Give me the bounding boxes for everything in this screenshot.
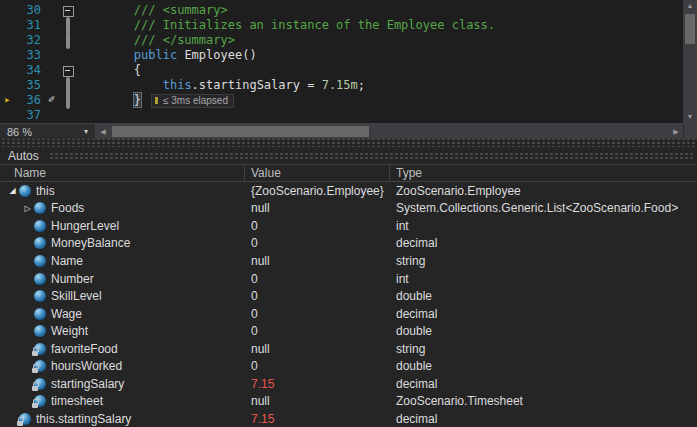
variable-value-cell[interactable]: null xyxy=(245,201,390,215)
zoom-level-select[interactable]: 86 % ▾ xyxy=(0,124,96,139)
variable-value-cell[interactable]: null xyxy=(245,394,390,408)
variable-value-cell[interactable]: 0 xyxy=(245,236,390,250)
variable-type-cell: double xyxy=(390,289,697,303)
autos-table-row[interactable]: ▷ Foods null System.Collections.Generic.… xyxy=(0,200,697,218)
glyph-margin: ✐ xyxy=(46,93,62,108)
outline-margin[interactable] xyxy=(62,33,76,48)
autos-table-row[interactable]: timesheet null ZooScenario.Timesheet xyxy=(0,393,697,411)
line-number: 34 xyxy=(14,63,46,78)
variable-name: HungerLevel xyxy=(51,219,119,233)
code-text[interactable]: /// Initializes an instance of the Emplo… xyxy=(76,18,697,33)
scroll-right-arrow-icon[interactable]: ▶ xyxy=(669,124,683,139)
code-line: ➤ 30 ✐ /// <summary> xyxy=(0,3,697,18)
variable-name-cell: HungerLevel xyxy=(0,219,245,233)
autos-table-row[interactable]: ◢ this {ZooScenario.Employee} ZooScenari… xyxy=(0,182,697,200)
column-header-name[interactable]: Name xyxy=(0,165,245,181)
glyph-margin: ✐ xyxy=(46,63,62,78)
breakpoint-margin[interactable]: ➤ xyxy=(0,33,14,48)
variable-value-cell[interactable]: null xyxy=(245,342,390,356)
scroll-left-arrow-icon[interactable]: ◀ xyxy=(96,124,110,139)
variable-name-cell: ▷ Foods xyxy=(0,201,245,215)
current-statement-arrow-icon: ➤ xyxy=(0,93,14,108)
breakpoint-margin[interactable]: ➤ xyxy=(0,3,14,18)
outline-margin[interactable] xyxy=(62,78,76,93)
variable-name-cell: MoneyBalance xyxy=(0,236,245,250)
variable-name-cell: Wage xyxy=(0,307,245,321)
variable-name-cell: Weight xyxy=(0,324,245,338)
column-header-value[interactable]: Value xyxy=(245,165,390,181)
glyph-margin: ✐ xyxy=(46,78,62,93)
editor-vertical-scrollbar[interactable]: ▲ ▼ xyxy=(683,0,697,123)
variable-name: Name xyxy=(51,254,83,268)
breakpoint-margin[interactable]: ➤ xyxy=(0,48,14,63)
chevron-down-icon: ▾ xyxy=(84,127,88,136)
variable-value-cell[interactable]: 0 xyxy=(245,307,390,321)
variable-value-cell[interactable]: 0 xyxy=(245,359,390,373)
autos-table-row[interactable]: HungerLevel 0 int xyxy=(0,217,697,235)
variable-name: this.startingSalary xyxy=(36,412,131,426)
collapse-icon[interactable]: ◢ xyxy=(6,186,19,195)
code-text[interactable]: { xyxy=(76,63,697,78)
variable-type-cell: decimal xyxy=(390,307,697,321)
expand-icon[interactable]: ▷ xyxy=(21,204,34,213)
breakpoint-margin[interactable]: ➤ xyxy=(0,108,14,123)
variable-name: MoneyBalance xyxy=(51,236,130,250)
autos-table-row[interactable]: Number 0 int xyxy=(0,270,697,288)
autos-table-row[interactable]: hoursWorked 0 double xyxy=(0,357,697,375)
variable-value-cell[interactable]: 0 xyxy=(245,219,390,233)
variable-value-cell[interactable]: 0 xyxy=(245,289,390,303)
autos-table-row[interactable]: SkillLevel 0 double xyxy=(0,287,697,305)
autos-table-row[interactable]: Wage 0 decimal xyxy=(0,305,697,323)
autos-table-row[interactable]: startingSalary 7.15 decimal xyxy=(0,375,697,393)
variable-value-cell[interactable]: 0 xyxy=(245,272,390,286)
breakpoint-margin[interactable]: ➤ xyxy=(0,18,14,33)
variable-name: Wage xyxy=(51,307,82,321)
variable-name-cell: hoursWorked xyxy=(0,359,245,373)
breakpoint-margin[interactable]: ➤ xyxy=(0,63,14,78)
outline-margin[interactable] xyxy=(62,63,76,78)
code-text[interactable]: /// <summary> xyxy=(76,3,697,18)
variable-value-cell[interactable]: 0 xyxy=(245,324,390,338)
outline-margin[interactable] xyxy=(62,18,76,33)
outline-margin[interactable] xyxy=(62,48,76,63)
variable-value-cell[interactable]: null xyxy=(245,254,390,268)
editor-horizontal-scrollbar[interactable]: ◀ ▶ xyxy=(96,124,683,139)
code-text[interactable] xyxy=(76,108,697,123)
autos-table-row[interactable]: this.startingSalary 7.15 decimal xyxy=(0,410,697,427)
variable-name-cell: timesheet xyxy=(0,394,245,408)
autos-table-row[interactable]: Weight 0 double xyxy=(0,322,697,340)
variable-type-cell: double xyxy=(390,324,697,338)
variable-value-cell[interactable]: {ZooScenario.Employee} xyxy=(245,184,390,198)
code-text[interactable]: this.startingSalary = 7.15m; xyxy=(76,78,697,93)
scroll-down-arrow-icon[interactable]: ▼ xyxy=(683,111,697,123)
private-field-icon xyxy=(34,343,46,355)
breakpoint-margin[interactable]: ➤ xyxy=(0,78,14,93)
property-icon xyxy=(34,255,46,267)
property-icon xyxy=(34,290,46,302)
horizontal-scroll-thumb[interactable] xyxy=(112,126,369,137)
scroll-up-arrow-icon[interactable]: ▲ xyxy=(683,0,697,12)
code-text[interactable]: }≤ 3ms elapsed xyxy=(76,93,697,108)
code-text[interactable]: public Employee() xyxy=(76,48,697,63)
autos-table-row[interactable]: MoneyBalance 0 decimal xyxy=(0,235,697,253)
code-line: ➤ 33 ✐ public Employee() xyxy=(0,48,697,63)
outline-margin[interactable] xyxy=(62,3,76,18)
property-icon xyxy=(34,237,46,249)
pane-splitter[interactable] xyxy=(0,139,697,147)
vertical-scroll-thumb[interactable] xyxy=(685,14,695,44)
outline-margin[interactable] xyxy=(62,93,76,108)
title-bar-grip[interactable] xyxy=(49,152,694,161)
horizontal-scroll-track[interactable] xyxy=(110,124,669,139)
breakpoint-margin[interactable]: ➤ xyxy=(0,93,14,108)
editor-text-area[interactable]: ➤ 30 ✐ /// <summary> ➤ 31 ✐ /// Initiali… xyxy=(0,0,697,123)
variable-value-cell[interactable]: 7.15 xyxy=(245,377,390,391)
code-text[interactable]: /// </summary> xyxy=(76,33,697,48)
variable-type-cell: decimal xyxy=(390,412,697,426)
autos-table-row[interactable]: Name null string xyxy=(0,252,697,270)
outline-margin[interactable] xyxy=(62,108,76,123)
variable-value-cell[interactable]: 7.15 xyxy=(245,412,390,426)
property-icon xyxy=(34,273,46,285)
line-number: 35 xyxy=(14,78,46,93)
column-header-type[interactable]: Type xyxy=(390,165,697,181)
autos-table-row[interactable]: favoriteFood null string xyxy=(0,340,697,358)
